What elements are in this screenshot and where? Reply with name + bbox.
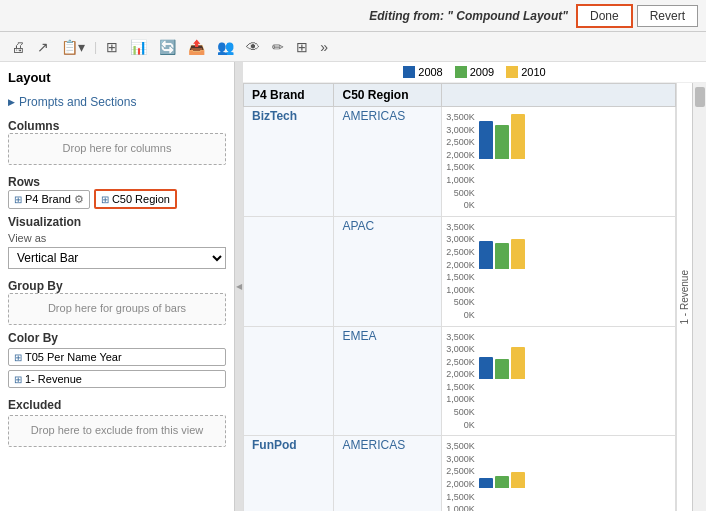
bar <box>511 347 525 379</box>
chart-area: P4 Brand C50 Region BizTechAMERICAS3,500… <box>243 83 706 511</box>
columns-label: Columns <box>8 119 226 133</box>
y-axis-values: 3,500K3,000K2,500K2,000K1,500K1,000K500K… <box>446 109 475 214</box>
bar <box>479 357 493 379</box>
rows-container: ⊞ P4 Brand ⚙ ⊞ C50 Region <box>8 189 226 209</box>
layout-title: Layout <box>8 70 226 85</box>
legend-color-2009 <box>455 66 467 78</box>
color-field-revenue[interactable]: ⊞ 1- Revenue <box>8 370 226 388</box>
revert-button[interactable]: Revert <box>637 5 698 27</box>
columns-drop-zone[interactable]: Drop here for columns <box>8 133 226 165</box>
bar <box>495 359 509 379</box>
th-chart <box>442 84 676 107</box>
group-by-drop-zone[interactable]: Drop here for groups of bars <box>8 293 226 325</box>
excluded-drop-zone[interactable]: Drop here to exclude from this view <box>8 415 226 447</box>
table-row: BizTechAMERICAS3,500K3,000K2,500K2,000K1… <box>244 107 676 217</box>
toolbar: 🖨 ↗ 📋▾ | ⊞ 📊 🔄 📤 👥 👁 ✏ ⊞ » <box>0 32 706 62</box>
done-button[interactable]: Done <box>576 4 633 28</box>
view-as-select[interactable]: Vertical Bar Horizontal Bar Line Pie <box>8 247 226 269</box>
top-bar: Editing from: " Compound Layout" Done Re… <box>0 0 706 32</box>
table-row: FunPodAMERICAS3,500K3,000K2,500K2,000K1,… <box>244 436 676 511</box>
legend-label-2008: 2008 <box>418 66 442 78</box>
legend-color-2010 <box>506 66 518 78</box>
row-field-c50region[interactable]: ⊞ C50 Region <box>94 189 177 209</box>
row-field-p4brand[interactable]: ⊞ P4 Brand ⚙ <box>8 190 90 209</box>
y-axis-values: 3,500K3,000K2,500K2,000K1,500K1,000K500K… <box>446 329 475 434</box>
main-table: P4 Brand C50 Region BizTechAMERICAS3,500… <box>243 83 676 511</box>
row-field-p4brand-label: P4 Brand <box>25 193 71 205</box>
legend-2010: 2010 <box>506 66 545 78</box>
chart-legend: 2008 2009 2010 <box>243 62 706 83</box>
excluded-label: Excluded <box>8 398 226 412</box>
brand-cell: FunPod <box>244 436 334 511</box>
bar-group <box>479 109 525 159</box>
brand-cell <box>244 326 334 436</box>
section-icon[interactable]: 📊 <box>127 38 150 56</box>
chart-cell: 3,500K3,000K2,500K2,000K1,500K1,000K500K… <box>442 436 676 511</box>
table-row: APAC3,500K3,000K2,500K2,000K1,500K1,000K… <box>244 216 676 326</box>
bar <box>479 478 493 488</box>
region-cell: AMERICAS <box>334 436 442 511</box>
left-panel: Layout Prompts and Sections Columns Drop… <box>0 62 235 511</box>
chart-cell: 3,500K3,000K2,500K2,000K1,500K1,000K500K… <box>442 107 676 217</box>
color-field-t05-label: T05 Per Name Year <box>25 351 122 363</box>
refresh-icon[interactable]: 🔄 <box>156 38 179 56</box>
data-table[interactable]: P4 Brand C50 Region BizTechAMERICAS3,500… <box>243 83 676 511</box>
view-icon[interactable]: 👁 <box>243 38 263 56</box>
bar-group <box>479 219 525 269</box>
collaborate-icon[interactable]: 👥 <box>214 38 237 56</box>
brand-cell <box>244 216 334 326</box>
bar-group <box>479 329 525 379</box>
right-panel: 2008 2009 2010 P4 Brand C50 Region <box>243 62 706 511</box>
bar <box>479 121 493 159</box>
export-icon[interactable]: ↗ <box>34 38 52 56</box>
view-as-label: View as <box>8 232 226 244</box>
th-region: C50 Region <box>334 84 442 107</box>
editing-label: Editing from: " Compound Layout" <box>369 9 568 23</box>
resize-handle[interactable] <box>235 62 243 511</box>
bar-group <box>479 438 525 488</box>
bar <box>511 472 525 488</box>
chart-cell: 3,500K3,000K2,500K2,000K1,500K1,000K500K… <box>442 326 676 436</box>
y-axis-values: 3,500K3,000K2,500K2,000K1,500K1,000K500K… <box>446 438 475 511</box>
upload-icon[interactable]: 📤 <box>185 38 208 56</box>
region-cell: AMERICAS <box>334 107 442 217</box>
gear-icon-p4brand[interactable]: ⚙ <box>74 193 84 206</box>
legend-2009: 2009 <box>455 66 494 78</box>
bar <box>495 476 509 488</box>
properties-icon[interactable]: ⊞ <box>103 38 121 56</box>
edit-icon[interactable]: ✏ <box>269 38 287 56</box>
bar <box>511 239 525 269</box>
grid-icon-t05: ⊞ <box>14 352 22 363</box>
legend-color-2008 <box>403 66 415 78</box>
more-icon[interactable]: » <box>317 38 331 56</box>
grid-icon-c50region: ⊞ <box>101 194 109 205</box>
legend-label-2009: 2009 <box>470 66 494 78</box>
bar <box>495 243 509 269</box>
copy-icon[interactable]: 📋▾ <box>58 38 88 56</box>
table-row: EMEA3,500K3,000K2,500K2,000K1,500K1,000K… <box>244 326 676 436</box>
legend-2008: 2008 <box>403 66 442 78</box>
color-by-label: Color By <box>8 331 226 345</box>
print-icon[interactable]: 🖨 <box>8 38 28 56</box>
y-axis-values: 3,500K3,000K2,500K2,000K1,500K1,000K500K… <box>446 219 475 324</box>
region-cell: APAC <box>334 216 442 326</box>
grid-icon-revenue: ⊞ <box>14 374 22 385</box>
chart-cell: 3,500K3,000K2,500K2,000K1,500K1,000K500K… <box>442 216 676 326</box>
bar <box>511 114 525 159</box>
th-brand: P4 Brand <box>244 84 334 107</box>
color-field-t05[interactable]: ⊞ T05 Per Name Year <box>8 348 226 366</box>
table-icon[interactable]: ⊞ <box>293 38 311 56</box>
main-container: Layout Prompts and Sections Columns Drop… <box>0 62 706 511</box>
group-by-label: Group By <box>8 279 226 293</box>
region-cell: EMEA <box>334 326 442 436</box>
visualization-label: Visualization <box>8 215 226 229</box>
prompts-sections-link[interactable]: Prompts and Sections <box>8 95 226 109</box>
bar <box>479 241 493 269</box>
grid-icon-p4brand: ⊞ <box>14 194 22 205</box>
row-field-c50region-label: C50 Region <box>112 193 170 205</box>
color-field-revenue-label: 1- Revenue <box>25 373 82 385</box>
view-as-dropdown[interactable]: Vertical Bar Horizontal Bar Line Pie <box>8 247 226 269</box>
bar <box>495 125 509 159</box>
y-axis-label: 1 - Revenue <box>677 268 692 326</box>
vertical-scrollbar[interactable] <box>692 83 706 511</box>
